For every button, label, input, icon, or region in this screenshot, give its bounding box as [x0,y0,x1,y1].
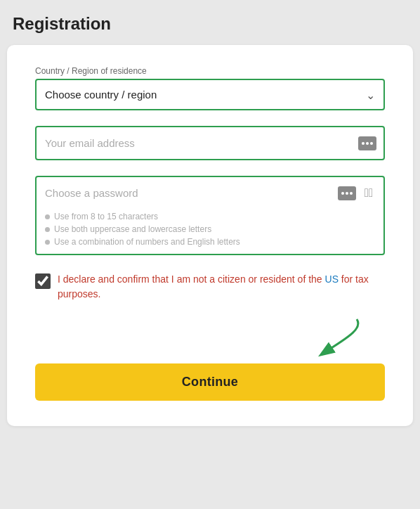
email-input[interactable] [37,127,383,159]
declaration-checkbox[interactable] [35,273,51,289]
country-field-group: Country / Region of residence Choose cou… [35,66,385,110]
password-input[interactable] [37,177,383,209]
registration-card: Country / Region of residence Choose cou… [7,45,413,426]
password-hint-2: Use both uppercase and lowercase letters [45,224,375,234]
email-field-group [35,126,385,160]
password-field-group: 👁̸ Use from 8 to 15 characters Use both … [35,176,385,255]
password-input-wrapper: 👁̸ Use from 8 to 15 characters Use both … [35,176,385,255]
declaration-row: I declare and confirm that I am not a ci… [35,272,385,302]
arrow-annotation [35,316,385,358]
continue-button[interactable]: Continue [35,363,385,401]
country-label: Country / Region of residence [35,66,385,76]
declaration-checkbox-wrapper [35,273,51,292]
hint-dot-2 [45,227,50,232]
hint-dot-3 [45,240,50,245]
password-hint-1: Use from 8 to 15 characters [45,212,375,221]
arrow-icon [287,316,371,358]
password-dots-icon [338,186,356,200]
password-input-row: 👁̸ [37,177,383,209]
toggle-password-icon[interactable]: 👁̸ [360,186,378,200]
dots-icon [362,142,373,145]
password-hints: Use from 8 to 15 characters Use both upp… [37,212,383,247]
country-select-wrapper: Choose country / region United States Un… [35,79,385,110]
hint-dot-1 [45,214,50,219]
declaration-label[interactable]: I declare and confirm that I am not a ci… [58,272,385,302]
email-icon [358,136,376,150]
country-select[interactable]: Choose country / region United States Un… [37,80,383,109]
page-title: Registration [7,14,413,34]
password-icons: 👁̸ [338,186,378,200]
email-input-wrapper [35,126,385,160]
password-hint-3: Use a combination of numbers and English… [45,237,375,247]
